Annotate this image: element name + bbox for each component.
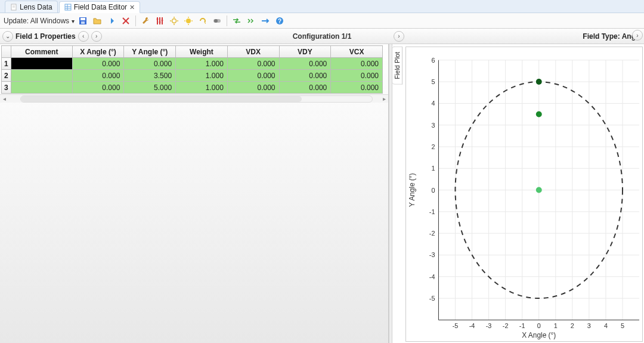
svg-point-82 (536, 187, 542, 193)
svg-text:-1: -1 (519, 322, 525, 329)
cell-xangle[interactable]: 0.000 (72, 70, 124, 82)
double-arrow-icon[interactable] (245, 15, 257, 27)
tab-strip: Lens Data Field Data Editor ✕ (0, 0, 644, 13)
properties-bar: ⌄ Field 1 Properties ‹ › Configuration 1… (0, 29, 644, 44)
cell-vdx[interactable]: 0.000 (227, 70, 279, 82)
cell-weight[interactable]: 1.000 (176, 82, 228, 94)
refresh-icon[interactable] (197, 15, 209, 27)
expand-toggle-button[interactable]: ⌄ (2, 31, 13, 42)
cell-vdy[interactable]: 0.000 (279, 82, 331, 94)
col-header-vdy[interactable]: VDY (279, 46, 331, 58)
cell-weight[interactable]: 1.000 (176, 70, 228, 82)
tab-label: Lens Data (20, 3, 52, 11)
row-number[interactable]: 1 (2, 58, 11, 70)
arrow-right-blue-icon[interactable] (106, 15, 117, 27)
prev-field-button[interactable]: ‹ (78, 31, 89, 42)
wrench-icon[interactable] (140, 15, 151, 27)
svg-text:2: 2 (571, 322, 574, 329)
sliders-icon[interactable] (154, 15, 166, 27)
svg-text:4: 4 (604, 322, 608, 329)
close-icon[interactable]: ✕ (129, 4, 135, 11)
horizontal-scrollbar[interactable]: ◂ ▸ (0, 94, 388, 103)
svg-text:-4: -4 (429, 273, 435, 280)
table-row[interactable]: 3 0.000 5.000 1.000 0.000 0.000 0.000 (2, 82, 383, 94)
configuration-label: Configuration 1/1 (293, 32, 352, 41)
help-icon[interactable]: ? (274, 15, 286, 27)
cell-vdx[interactable]: 0.000 (227, 82, 279, 94)
svg-point-84 (536, 79, 542, 85)
cell-xangle[interactable]: 0.000 (72, 58, 124, 70)
cell-vcx[interactable]: 0.000 (331, 58, 383, 70)
cell-vcx[interactable]: 0.000 (331, 70, 383, 82)
scroll-left-icon[interactable]: ◂ (0, 95, 8, 102)
svg-text:-5: -5 (453, 322, 459, 329)
svg-text:0: 0 (537, 322, 541, 329)
delete-x-icon[interactable] (120, 15, 132, 27)
swap-green-icon[interactable] (231, 15, 243, 27)
field-plot-chart[interactable]: -5-4-3-2-1012345-5-4-3-2-10123456 X Angl… (405, 47, 643, 342)
table-row[interactable]: 2 0.000 3.500 1.000 0.000 0.000 0.000 (2, 70, 383, 82)
svg-text:6: 6 (431, 57, 435, 64)
cell-comment[interactable] (11, 58, 72, 70)
properties-title: Field 1 Properties (16, 32, 76, 41)
update-dropdown[interactable]: Update: All Windows ▾ (4, 17, 75, 25)
tab-lens-data[interactable]: Lens Data (5, 1, 58, 13)
cell-comment[interactable] (11, 82, 72, 94)
cell-vdx[interactable]: 0.000 (227, 58, 279, 70)
tab-label: Field Data Editor (74, 3, 127, 11)
field-data-table[interactable]: Comment X Angle (°) Y Angle (°) Weight V… (1, 45, 383, 94)
svg-text:5: 5 (431, 78, 435, 85)
cell-yangle[interactable]: 5.000 (124, 82, 176, 94)
save-icon[interactable] (77, 15, 89, 27)
col-header-vcx[interactable]: VCX (331, 46, 383, 58)
svg-text:-3: -3 (486, 322, 492, 329)
folder-icon[interactable] (91, 15, 103, 27)
svg-point-17 (162, 19, 163, 21)
svg-rect-8 (80, 18, 85, 20)
svg-text:3: 3 (587, 322, 591, 329)
svg-text:1: 1 (554, 322, 558, 329)
scroll-thumb[interactable] (21, 96, 302, 102)
row-number[interactable]: 2 (2, 70, 11, 82)
col-header-vdx[interactable]: VDX (227, 46, 279, 58)
tab-field-plot[interactable]: Field Plot (392, 47, 402, 85)
next-pane-button[interactable]: › (632, 30, 643, 41)
vertical-tab-strip: Field Plot (392, 47, 404, 343)
x-axis-label: X Angle (°) (522, 331, 556, 339)
cell-yangle[interactable]: 0.000 (124, 58, 176, 70)
next-field-button[interactable]: › (91, 31, 102, 42)
svg-text:?: ? (278, 18, 281, 24)
select-all-cell[interactable] (2, 46, 11, 58)
svg-point-15 (157, 18, 159, 20)
cell-yangle[interactable]: 3.500 (124, 70, 176, 82)
svg-text:-5: -5 (429, 295, 435, 302)
table-row[interactable]: 1 0.000 0.000 1.000 0.000 0.000 0.000 (2, 58, 383, 70)
chart-svg: -5-4-3-2-1012345-5-4-3-2-10123456 X Angl… (406, 47, 642, 341)
svg-text:0: 0 (431, 187, 435, 194)
arrow-right-icon[interactable] (259, 15, 271, 27)
cell-weight[interactable]: 1.000 (176, 58, 228, 70)
svg-point-29 (214, 19, 218, 23)
col-header-yangle[interactable]: Y Angle (°) (124, 46, 176, 58)
sun-filled-icon[interactable] (182, 15, 194, 27)
next-config-button[interactable]: › (394, 31, 404, 42)
toggle-icon[interactable] (211, 15, 223, 27)
col-header-xangle[interactable]: X Angle (°) (72, 46, 124, 58)
row-number[interactable]: 3 (2, 82, 11, 94)
svg-rect-9 (81, 21, 85, 24)
table-pane: Comment X Angle (°) Y Angle (°) Weight V… (0, 44, 389, 343)
col-header-comment[interactable]: Comment (11, 46, 72, 58)
cell-vcx[interactable]: 0.000 (331, 82, 383, 94)
sun-outline-icon[interactable] (168, 15, 180, 27)
cell-comment[interactable] (11, 70, 72, 82)
scroll-track[interactable] (20, 95, 373, 103)
grid-icon (64, 4, 72, 11)
cell-xangle[interactable]: 0.000 (72, 82, 124, 94)
scroll-right-icon[interactable]: ▸ (380, 95, 388, 102)
col-header-weight[interactable]: Weight (176, 46, 228, 58)
cell-vdy[interactable]: 0.000 (279, 58, 331, 70)
toolbar: Update: All Windows ▾ ? (0, 13, 644, 29)
cell-vdy[interactable]: 0.000 (279, 70, 331, 82)
separator (227, 16, 227, 26)
tab-field-data-editor[interactable]: Field Data Editor ✕ (59, 1, 140, 13)
